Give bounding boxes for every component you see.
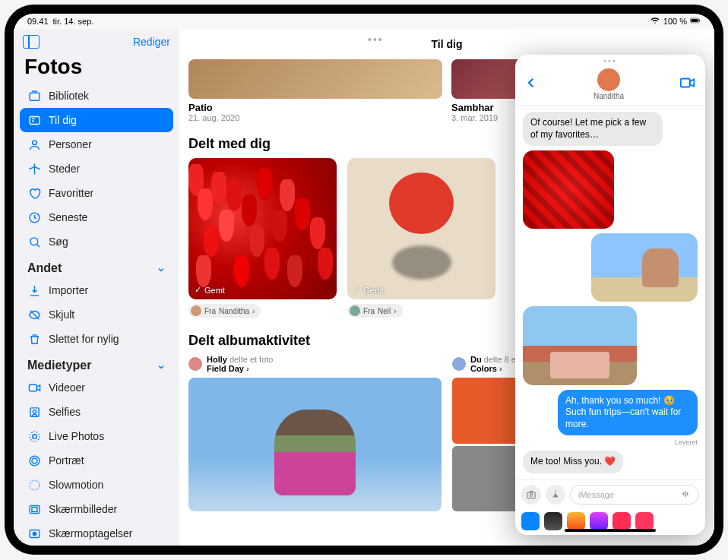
svg-point-12	[30, 432, 40, 441]
chevron-right-icon: ›	[246, 364, 249, 373]
sidebar-item-recent[interactable]: Seneste	[20, 205, 173, 229]
sidebar-item-screenshots[interactable]: Skærmbilleder	[20, 497, 173, 521]
sidebar-item-slowmo[interactable]: Slowmotion	[20, 473, 173, 497]
sidebar-item-for-you[interactable]: Til dig	[20, 108, 173, 132]
svg-rect-21	[527, 492, 536, 498]
heart-icon	[27, 186, 41, 200]
status-time: 09.41	[27, 17, 49, 26]
message-bubble-sent[interactable]: Ah, thank you so much! 🥹 Such fun trips—…	[558, 390, 698, 436]
message-input[interactable]: iMessage	[570, 485, 699, 505]
memory-card[interactable]: Patio 21. aug. 2020	[188, 59, 442, 122]
library-icon	[27, 89, 41, 103]
appstore-button[interactable]	[546, 485, 565, 505]
memory-thumb	[188, 59, 442, 99]
svg-point-7	[30, 237, 37, 245]
screenrec-icon	[27, 527, 41, 540]
message-bubble-received[interactable]: Me too! Miss you. ❤️	[523, 451, 623, 473]
shared-item[interactable]: ✓ Gemt Fra Nanditha ›	[188, 158, 337, 319]
album-card[interactable]: Holly delte et foto Field Day ›	[188, 355, 442, 511]
sidebar-item-hidden[interactable]: Skjult	[20, 302, 173, 327]
people-icon	[27, 138, 41, 151]
contact-avatar[interactable]	[597, 68, 620, 91]
sidebar-item-livephotos[interactable]: Live Photos	[20, 424, 173, 448]
svg-rect-4	[30, 116, 40, 124]
svg-point-15	[30, 480, 40, 490]
sidebar-item-portrait[interactable]: Portræt	[20, 448, 173, 473]
hidden-icon	[27, 308, 41, 321]
sidebar-item-label: Skærmbilleder	[49, 503, 117, 515]
message-image[interactable]	[523, 150, 614, 229]
sidebar-item-selfies[interactable]: Selfies	[20, 400, 173, 424]
svg-rect-2	[699, 20, 700, 22]
svg-point-13	[31, 457, 36, 463]
clock-icon	[27, 210, 41, 224]
chevron-right-icon: ›	[499, 364, 502, 373]
svg-point-22	[530, 494, 533, 497]
sidebar-item-places[interactable]: Steder	[20, 157, 173, 181]
svg-rect-9	[30, 407, 38, 416]
sidebar-item-search[interactable]: Søg	[20, 229, 173, 254]
svg-point-10	[33, 410, 36, 413]
status-bar: 09.41 tir. 14. sep. 100 %	[14, 14, 714, 29]
sidebar-item-videos[interactable]: Videoer	[20, 375, 173, 400]
sidebar-item-import[interactable]: Importer	[20, 278, 173, 302]
sidebar-toggle-icon[interactable]	[23, 35, 40, 49]
battery-pct: 100 %	[663, 17, 687, 26]
page-title: Til dig	[432, 38, 463, 50]
section-other[interactable]: Andet	[20, 254, 173, 278]
avatar-icon	[452, 357, 466, 371]
screenshot-icon	[27, 502, 41, 516]
sidebar-item-label: Seneste	[49, 211, 87, 223]
shared-item[interactable]: ✓ Gemt Fra Neil ›	[347, 158, 495, 319]
sidebar-item-label: Til dig	[49, 114, 77, 126]
imessage-app-icon[interactable]	[521, 512, 540, 530]
message-bubble-received[interactable]: Of course! Let me pick a few of my favor…	[523, 112, 663, 146]
chevron-down-icon	[157, 264, 166, 273]
from-pill[interactable]: Fra Neil ›	[347, 304, 403, 318]
imessage-app-icon[interactable]	[612, 512, 631, 530]
facetime-button[interactable]	[679, 74, 696, 94]
section-mediatypes[interactable]: Medietyper	[20, 351, 173, 375]
svg-point-11	[32, 434, 36, 438]
svg-rect-1	[692, 19, 698, 22]
edit-button[interactable]: Rediger	[133, 36, 170, 48]
chevron-down-icon	[157, 361, 166, 370]
svg-rect-8	[29, 384, 36, 391]
multitask-dots-icon[interactable]: •••	[515, 55, 705, 65]
sidebar-item-people[interactable]: Personer	[20, 132, 173, 157]
slowmo-icon	[27, 478, 41, 492]
memory-date: 21. aug. 2020	[188, 113, 442, 122]
imessage-app-icon[interactable]	[590, 512, 608, 530]
shared-thumb: ✓ Gemt	[188, 158, 337, 299]
message-image[interactable]	[591, 233, 698, 302]
avatar-icon	[191, 305, 201, 316]
battery-icon	[690, 16, 701, 27]
sidebar-item-label: Portræt	[49, 454, 84, 467]
import-icon	[27, 283, 41, 297]
avatar-icon	[188, 357, 202, 371]
wifi-icon	[650, 16, 660, 27]
camera-button[interactable]	[521, 485, 541, 505]
imessage-app-icon[interactable]	[635, 512, 654, 530]
dictate-icon[interactable]	[680, 489, 691, 501]
contact-name: Nanditha	[593, 92, 624, 100]
sidebar-item-library[interactable]: Bibliotek	[20, 84, 173, 108]
sidebar-item-trash[interactable]: Slettet for nylig	[20, 327, 173, 351]
sidebar-item-favorites[interactable]: Favoritter	[20, 181, 173, 205]
chevron-right-icon: ›	[252, 307, 255, 315]
sidebar-item-screenrec[interactable]: Skærmoptagelser	[20, 521, 173, 546]
sidebar-item-label: Importer	[49, 284, 88, 296]
svg-point-5	[32, 140, 36, 144]
imessage-app-icon[interactable]	[544, 512, 562, 530]
search-icon	[27, 235, 41, 248]
imessage-app-icon[interactable]	[567, 512, 585, 530]
trash-icon	[27, 332, 41, 346]
home-indicator[interactable]	[565, 529, 656, 532]
back-button[interactable]	[524, 76, 538, 93]
svg-point-14	[30, 456, 40, 466]
message-image[interactable]	[523, 306, 637, 384]
sidebar-item-label: Skjult	[49, 308, 74, 321]
video-icon	[27, 381, 41, 394]
app-title: Fotos	[20, 53, 173, 84]
from-pill[interactable]: Fra Nanditha ›	[188, 304, 261, 318]
